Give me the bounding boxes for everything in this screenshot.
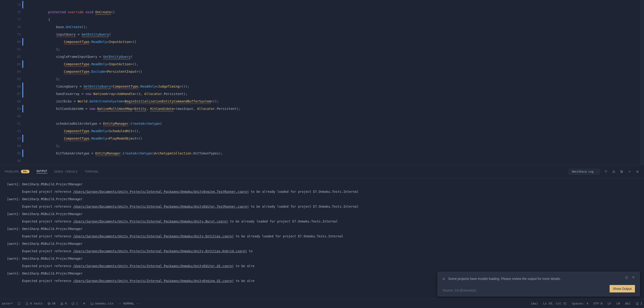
code-line[interactable]: protected override void OnCreate() <box>32 8 640 16</box>
language-mode[interactable]: C# <box>616 302 620 305</box>
filter-icon[interactable] <box>604 170 608 174</box>
code-line[interactable] <box>32 157 640 164</box>
notification-message: Some projects have trouble loading. Plea… <box>448 276 622 282</box>
code-line[interactable]: initEcbs = World.GetOrCreateSystem<Begin… <box>32 98 640 105</box>
chevron-up-icon[interactable] <box>628 170 632 174</box>
line-number: 93 <box>0 135 21 142</box>
cursor-position[interactable]: Ln 59, Col 31 <box>543 302 567 305</box>
gear-icon[interactable] <box>625 276 628 280</box>
line-number: 79 <box>0 31 21 38</box>
bottom-panel: PROBLEMS 5K+ OUTPUT DEBUG CONSOLE TERMIN… <box>0 165 644 286</box>
lock-scroll-icon[interactable] <box>612 170 616 174</box>
output-content[interactable]: [warn]: OmniSharp.MSBuild.ProjectManager… <box>0 178 644 286</box>
line-number: 95 <box>0 150 21 157</box>
sync-icon[interactable] <box>18 302 21 305</box>
code-line[interactable]: ComponentType.ReadOnly<ScheduledHit>(), <box>32 127 640 135</box>
file-path-link[interactable]: /Users/Sargon/Documents/Unity Projects/I… <box>73 234 234 238</box>
tab-indicator[interactable]: Ab] <box>625 302 630 305</box>
modified-marker <box>22 135 23 142</box>
code-line[interactable]: ComponentType.Exclude<PersistentInput>() <box>32 68 640 75</box>
line-number: 87 <box>0 90 21 98</box>
vim-mode: -- NORMAL -- <box>118 302 140 305</box>
code-line[interactable]: singleFrameInputQuery = GetEntityQuery( <box>32 53 640 60</box>
indent-status[interactable]: Spaces: 4 <box>572 302 588 305</box>
code-line[interactable]: ); <box>32 142 640 150</box>
tests-status[interactable]: 0 tests <box>25 302 43 305</box>
code-line[interactable]: inputQuery = GetEntityQuery( <box>32 31 640 38</box>
info-count: 1 <box>76 302 78 305</box>
code-line[interactable]: ComponentType.ReadOnly<InputAction>(), <box>32 60 640 68</box>
output-line: Expected project reference /Users/Sargon… <box>7 233 637 240</box>
line-number: 92 <box>0 127 21 135</box>
output-line: Expected project reference /Users/Sargon… <box>7 247 637 255</box>
git-branch[interactable]: aster* <box>2 302 13 305</box>
encoding-status[interactable]: UTF-8 <box>593 302 602 305</box>
warnings-status[interactable]: 0 <box>60 302 67 305</box>
info-status[interactable]: 1 <box>71 302 78 305</box>
file-path-link[interactable]: /Users/Sargon/Documents/Unity Projects/I… <box>73 264 234 268</box>
line-number: 88 <box>0 98 21 105</box>
tab-output[interactable]: OUTPUT <box>36 170 47 174</box>
panel-actions: OmniSharp Log <box>569 169 639 174</box>
notifications-bell[interactable]: 1 <box>636 302 642 305</box>
editor-area: 7576777879808182838485868788899091929394… <box>0 0 644 165</box>
output-line: [warn]: OmniSharp.MSBuild.ProjectManager <box>7 181 637 188</box>
tab-problems[interactable]: PROBLEMS 5K+ <box>5 170 30 173</box>
errors-status[interactable]: 5K <box>48 302 56 305</box>
line-number: 91 <box>0 120 21 127</box>
line-number: 85 <box>0 75 21 83</box>
code-line[interactable]: ); <box>32 75 640 83</box>
file-path-link[interactable]: /Users/Sargon/Documents/Unity Projects/I… <box>73 190 249 194</box>
close-panel-icon[interactable] <box>636 170 639 174</box>
tab-terminal[interactable]: TERMINAL <box>85 170 99 173</box>
code-line[interactable] <box>32 112 640 120</box>
show-output-button[interactable]: Show Output <box>610 285 635 293</box>
file-path-link[interactable]: /Users/Sargon/Documents/Unity Projects/I… <box>73 205 249 208</box>
file-path-link[interactable]: /Users/Sargon/Documents/Unity Projects/I… <box>73 279 234 283</box>
modified-marker <box>22 150 23 157</box>
line-number: 96 <box>0 157 21 164</box>
modified-marker <box>22 105 23 112</box>
flame-icon[interactable] <box>82 302 86 305</box>
line-number: 94 <box>0 142 21 150</box>
code-line[interactable]: ); <box>32 45 640 53</box>
line-number: 81 <box>0 45 21 53</box>
code-line[interactable]: ComponentType.ReadOnly<PlayModeObject>() <box>32 135 640 142</box>
solution-name[interactable]: Onmaku.sln <box>90 302 113 305</box>
line-number: 89 <box>0 105 21 112</box>
scrollbar-vertical[interactable] <box>640 0 644 165</box>
line-number: 83 <box>0 60 21 68</box>
output-line: Expected project reference /Users/Sargon… <box>7 262 637 270</box>
close-icon[interactable] <box>632 276 635 279</box>
clear-output-icon[interactable] <box>620 170 624 174</box>
code-line[interactable]: hitCandidateHm = new NativeMultiHashMap<… <box>32 105 640 112</box>
solution-label: Onmaku.sln <box>95 302 113 305</box>
case-indicator[interactable]: [Aa] <box>531 302 538 305</box>
code-line[interactable]: timingQuery = GetEntityQuery(ComponentTy… <box>32 83 640 90</box>
file-path-link[interactable]: /Users/Sargon/Documents/Unity Projects/I… <box>73 249 247 253</box>
output-channel-dropdown[interactable]: OmniSharp Log <box>569 169 600 174</box>
code-line[interactable]: ComponentType.ReadOnly<InputAction>() <box>32 38 640 45</box>
output-line: [warn]: OmniSharp.MSBuild.ProjectManager <box>7 210 637 218</box>
tab-problems-label: PROBLEMS <box>5 170 19 173</box>
code-content[interactable]: protected override void OnCreate() { bas… <box>26 0 640 165</box>
problems-badge: 5K+ <box>21 170 30 173</box>
code-line[interactable]: handlesArray = new NativeArray<JobHandle… <box>32 90 640 98</box>
tests-label: 0 tests <box>30 302 43 305</box>
code-line[interactable]: { <box>32 16 640 23</box>
modified-marker <box>22 38 23 45</box>
eol-status[interactable]: LF <box>608 302 611 305</box>
output-line: Expected project reference /Users/Sargon… <box>7 188 637 195</box>
code-line[interactable]: hitTokenArchetype = EntityManager.Create… <box>32 150 640 157</box>
line-number: 82 <box>0 53 21 60</box>
code-line[interactable]: base.OnCreate(); <box>32 23 640 31</box>
line-number: 76 <box>0 8 21 16</box>
line-number: 77 <box>0 16 21 23</box>
file-path-link[interactable]: /Users/Sargon/Documents/Unity Projects/I… <box>73 220 228 223</box>
code-line[interactable] <box>32 1 640 8</box>
line-number: 84 <box>0 68 21 75</box>
line-gutter: 7576777879808182838485868788899091929394… <box>0 0 26 165</box>
tab-debug-console[interactable]: DEBUG CONSOLE <box>54 170 78 173</box>
code-line[interactable]: scheduledHitArchetype = EntityManager.Cr… <box>32 120 640 127</box>
svg-rect-0 <box>613 171 615 173</box>
